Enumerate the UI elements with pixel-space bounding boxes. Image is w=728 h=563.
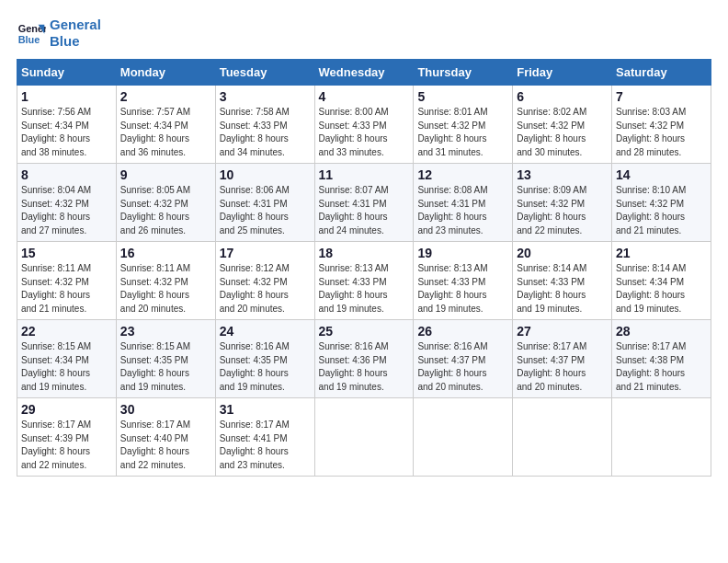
calendar-cell: 31Sunrise: 8:17 AMSunset: 4:41 PMDayligh…: [215, 398, 314, 477]
calendar-cell: 20Sunrise: 8:14 AMSunset: 4:33 PMDayligh…: [513, 242, 612, 320]
calendar-cell: 7Sunrise: 8:03 AMSunset: 4:32 PMDaylight…: [612, 86, 711, 164]
day-number: 2: [120, 89, 211, 104]
calendar-cell: 19Sunrise: 8:13 AMSunset: 4:33 PMDayligh…: [414, 242, 513, 320]
day-info: Sunrise: 8:10 AMSunset: 4:32 PMDaylight:…: [616, 184, 707, 237]
day-number: 5: [417, 89, 508, 104]
day-info: Sunrise: 8:17 AMSunset: 4:40 PMDaylight:…: [120, 419, 211, 472]
calendar-cell: 15Sunrise: 8:11 AMSunset: 4:32 PMDayligh…: [17, 242, 117, 320]
calendar-cell: 30Sunrise: 8:17 AMSunset: 4:40 PMDayligh…: [116, 398, 215, 477]
day-info: Sunrise: 8:01 AMSunset: 4:32 PMDaylight:…: [417, 106, 508, 159]
day-number: 28: [616, 324, 707, 339]
day-number: 12: [417, 167, 508, 182]
day-info: Sunrise: 8:02 AMSunset: 4:32 PMDaylight:…: [517, 106, 608, 159]
day-info: Sunrise: 8:16 AMSunset: 4:35 PMDaylight:…: [220, 340, 311, 394]
day-number: 25: [319, 324, 410, 339]
day-number: 9: [120, 167, 211, 182]
calendar-cell: 26Sunrise: 8:16 AMSunset: 4:37 PMDayligh…: [414, 320, 513, 398]
day-number: 20: [517, 246, 608, 260]
day-info: Sunrise: 8:11 AMSunset: 4:32 PMDaylight:…: [120, 262, 211, 316]
day-info: Sunrise: 8:15 AMSunset: 4:34 PMDaylight:…: [21, 340, 112, 394]
day-info: Sunrise: 7:57 AMSunset: 4:34 PMDaylight:…: [120, 106, 211, 159]
day-number: 13: [517, 167, 608, 182]
day-info: Sunrise: 8:11 AMSunset: 4:32 PMDaylight:…: [21, 262, 112, 316]
calendar-cell: 1Sunrise: 7:56 AMSunset: 4:34 PMDaylight…: [17, 86, 117, 164]
svg-text:Blue: Blue: [18, 34, 40, 45]
day-info: Sunrise: 8:00 AMSunset: 4:33 PMDaylight:…: [319, 106, 410, 159]
day-number: 11: [319, 167, 410, 182]
calendar-cell: 25Sunrise: 8:16 AMSunset: 4:36 PMDayligh…: [314, 320, 414, 398]
weekday-header-sunday: Sunday: [17, 60, 117, 86]
calendar-cell: 10Sunrise: 8:06 AMSunset: 4:31 PMDayligh…: [215, 164, 314, 242]
day-number: 23: [120, 324, 211, 339]
calendar-cell: [314, 398, 414, 477]
day-number: 4: [319, 89, 410, 104]
day-info: Sunrise: 8:14 AMSunset: 4:34 PMDaylight:…: [616, 262, 707, 316]
day-number: 26: [417, 324, 508, 339]
calendar-cell: 3Sunrise: 7:58 AMSunset: 4:33 PMDaylight…: [215, 86, 314, 164]
day-info: Sunrise: 8:06 AMSunset: 4:31 PMDaylight:…: [220, 184, 311, 237]
day-info: Sunrise: 8:17 AMSunset: 4:37 PMDaylight:…: [517, 340, 608, 394]
day-number: 21: [616, 246, 707, 260]
day-number: 3: [220, 89, 311, 104]
day-number: 8: [21, 167, 112, 182]
day-number: 6: [517, 89, 608, 104]
logo: General Blue GeneralBlue: [17, 17, 101, 50]
day-number: 15: [21, 246, 112, 260]
day-number: 10: [220, 167, 311, 182]
calendar-table: SundayMondayTuesdayWednesdayThursdayFrid…: [17, 59, 711, 477]
calendar-cell: 8Sunrise: 8:04 AMSunset: 4:32 PMDaylight…: [17, 164, 117, 242]
day-info: Sunrise: 8:04 AMSunset: 4:32 PMDaylight:…: [21, 184, 112, 237]
calendar-cell: 18Sunrise: 8:13 AMSunset: 4:33 PMDayligh…: [314, 242, 414, 320]
calendar-cell: 11Sunrise: 8:07 AMSunset: 4:31 PMDayligh…: [314, 164, 414, 242]
day-number: 14: [616, 167, 707, 182]
page-header: General Blue GeneralBlue: [17, 17, 711, 50]
day-info: Sunrise: 8:15 AMSunset: 4:35 PMDaylight:…: [120, 340, 211, 394]
calendar-cell: 6Sunrise: 8:02 AMSunset: 4:32 PMDaylight…: [513, 86, 612, 164]
day-info: Sunrise: 8:17 AMSunset: 4:41 PMDaylight:…: [220, 419, 311, 472]
day-info: Sunrise: 8:13 AMSunset: 4:33 PMDaylight:…: [417, 262, 508, 316]
day-number: 24: [220, 324, 311, 339]
calendar-cell: 4Sunrise: 8:00 AMSunset: 4:33 PMDaylight…: [314, 86, 414, 164]
day-number: 18: [319, 246, 410, 260]
day-number: 1: [21, 89, 112, 104]
day-info: Sunrise: 8:17 AMSunset: 4:39 PMDaylight:…: [21, 419, 112, 472]
calendar-cell: 5Sunrise: 8:01 AMSunset: 4:32 PMDaylight…: [414, 86, 513, 164]
day-info: Sunrise: 8:16 AMSunset: 4:37 PMDaylight:…: [417, 340, 508, 394]
calendar-cell: 23Sunrise: 8:15 AMSunset: 4:35 PMDayligh…: [116, 320, 215, 398]
calendar-cell: 14Sunrise: 8:10 AMSunset: 4:32 PMDayligh…: [612, 164, 711, 242]
weekday-header-tuesday: Tuesday: [215, 60, 314, 86]
day-info: Sunrise: 8:09 AMSunset: 4:32 PMDaylight:…: [517, 184, 608, 237]
calendar-cell: 28Sunrise: 8:17 AMSunset: 4:38 PMDayligh…: [612, 320, 711, 398]
logo-icon: General Blue: [17, 18, 46, 48]
day-info: Sunrise: 8:17 AMSunset: 4:38 PMDaylight:…: [616, 340, 707, 394]
day-number: 22: [21, 324, 112, 339]
calendar-cell: 22Sunrise: 8:15 AMSunset: 4:34 PMDayligh…: [17, 320, 117, 398]
calendar-cell: [414, 398, 513, 477]
day-number: 19: [417, 246, 508, 260]
calendar-cell: 9Sunrise: 8:05 AMSunset: 4:32 PMDaylight…: [116, 164, 215, 242]
logo-text: GeneralBlue: [50, 17, 101, 50]
weekday-header-saturday: Saturday: [612, 60, 711, 86]
day-number: 31: [220, 402, 311, 417]
weekday-header-thursday: Thursday: [414, 60, 513, 86]
weekday-header-wednesday: Wednesday: [314, 60, 414, 86]
day-number: 30: [120, 402, 211, 417]
day-number: 27: [517, 324, 608, 339]
day-info: Sunrise: 7:58 AMSunset: 4:33 PMDaylight:…: [220, 106, 311, 159]
calendar-cell: 24Sunrise: 8:16 AMSunset: 4:35 PMDayligh…: [215, 320, 314, 398]
calendar-cell: 16Sunrise: 8:11 AMSunset: 4:32 PMDayligh…: [116, 242, 215, 320]
day-info: Sunrise: 8:03 AMSunset: 4:32 PMDaylight:…: [616, 106, 707, 159]
day-info: Sunrise: 8:08 AMSunset: 4:31 PMDaylight:…: [417, 184, 508, 237]
day-info: Sunrise: 8:12 AMSunset: 4:32 PMDaylight:…: [220, 262, 311, 316]
day-info: Sunrise: 8:13 AMSunset: 4:33 PMDaylight:…: [319, 262, 410, 316]
day-number: 29: [21, 402, 112, 417]
day-info: Sunrise: 7:56 AMSunset: 4:34 PMDaylight:…: [21, 106, 112, 159]
calendar-cell: 27Sunrise: 8:17 AMSunset: 4:37 PMDayligh…: [513, 320, 612, 398]
calendar-cell: 21Sunrise: 8:14 AMSunset: 4:34 PMDayligh…: [612, 242, 711, 320]
day-number: 16: [120, 246, 211, 260]
calendar-cell: [612, 398, 711, 477]
calendar-cell: 12Sunrise: 8:08 AMSunset: 4:31 PMDayligh…: [414, 164, 513, 242]
day-info: Sunrise: 8:14 AMSunset: 4:33 PMDaylight:…: [517, 262, 608, 316]
day-info: Sunrise: 8:16 AMSunset: 4:36 PMDaylight:…: [319, 340, 410, 394]
calendar-cell: 29Sunrise: 8:17 AMSunset: 4:39 PMDayligh…: [17, 398, 117, 477]
